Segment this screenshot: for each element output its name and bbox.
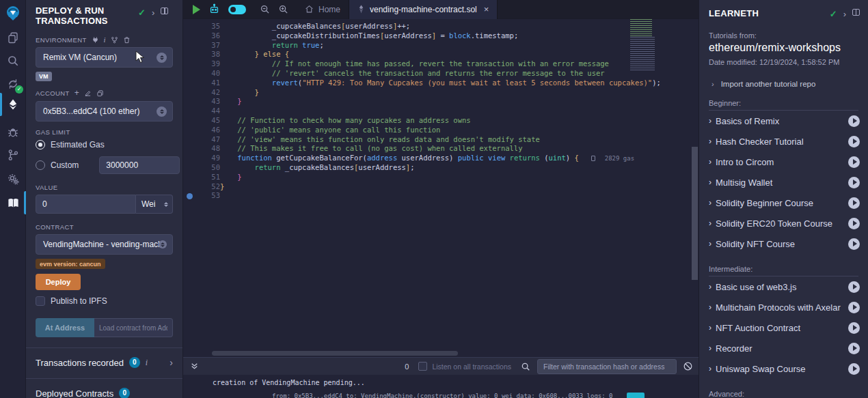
value-label: VALUE xyxy=(36,184,182,191)
listen-checkbox[interactable] xyxy=(418,362,427,371)
sidebar-item-deploy-run[interactable] xyxy=(0,93,26,116)
tutorial-item[interactable]: ›NFT Auction Contract xyxy=(699,317,868,338)
radio-unselected[interactable] xyxy=(36,160,45,170)
value-input[interactable] xyxy=(36,195,136,214)
tab-vending-machine-contract[interactable]: vending-machine-contract.sol × xyxy=(349,0,498,19)
play-tutorial-button[interactable] xyxy=(848,238,860,250)
collapse-terminal-icon[interactable] xyxy=(190,362,199,371)
tutorial-item[interactable]: ›Uniswap Swap Course xyxy=(699,358,868,379)
contract-label: CONTRACT xyxy=(36,223,182,231)
estimated-gas-option[interactable]: Estimated Gas xyxy=(36,140,182,150)
active-panel-indicator xyxy=(24,191,26,214)
terminal-count: 0 xyxy=(405,363,409,371)
tutorial-item[interactable]: ›Solidity NFT Course xyxy=(699,233,868,254)
line-number: 46 xyxy=(190,126,220,135)
transactions-recorded-row[interactable]: Transactions recorded 0 i › xyxy=(26,348,182,368)
tutorial-item[interactable]: ›Multichain Protocols with Axelar xyxy=(699,297,868,317)
search-icon xyxy=(7,55,19,67)
deployed-contracts-row[interactable]: Deployed Contracts 0 xyxy=(26,379,182,398)
contract-select[interactable]: VendingMachine - vending-machin xyxy=(36,234,173,255)
pin-panel-icon[interactable] xyxy=(852,9,860,16)
sidebar-item-learneth[interactable] xyxy=(0,191,26,214)
custom-gas-label: Custom xyxy=(51,160,79,170)
code-line: 46 // 'public' means anyone can call thi… xyxy=(183,126,661,135)
code-line: 51 } xyxy=(183,173,661,182)
sidebar-item-solidity-compiler[interactable]: ✓ xyxy=(0,72,26,96)
tutorial-item[interactable]: ›Basic use of web3.js xyxy=(699,276,868,297)
terminal-filter-input[interactable] xyxy=(537,359,677,374)
remix-logo[interactable] xyxy=(0,2,26,25)
edit-icon[interactable] xyxy=(84,89,92,97)
zoom-out-icon[interactable] xyxy=(260,4,270,14)
ai-assistant-icon[interactable] xyxy=(208,3,220,15)
pin-panel-icon[interactable] xyxy=(161,8,168,14)
zoom-in-icon[interactable] xyxy=(278,4,288,14)
trash-icon[interactable] xyxy=(123,36,131,44)
play-tutorial-button[interactable] xyxy=(848,177,860,188)
tutorial-item[interactable]: ›Hash Checker Tutorial xyxy=(699,131,868,152)
copilot-toggle[interactable] xyxy=(228,5,246,14)
chevron-right-icon[interactable]: › xyxy=(169,357,173,368)
play-tutorial-button[interactable] xyxy=(848,197,860,209)
fork-icon[interactable] xyxy=(111,36,118,44)
expand-panel-icon[interactable]: › xyxy=(843,9,846,19)
horizontal-scrollbar[interactable] xyxy=(212,351,458,356)
code-line: 53 xyxy=(183,191,661,201)
play-tutorial-button[interactable] xyxy=(848,281,860,293)
expand-panel-icon[interactable]: › xyxy=(152,8,154,18)
play-tutorial-button[interactable] xyxy=(848,218,860,229)
custom-gas-input[interactable] xyxy=(99,156,180,174)
radio-selected[interactable] xyxy=(36,140,45,150)
vertical-scrollbar[interactable] xyxy=(692,147,698,280)
sidebar-item-settings[interactable] xyxy=(0,167,26,190)
play-tutorial-button[interactable] xyxy=(848,302,860,313)
tutorial-item-label: Hash Checker Tutorial xyxy=(716,137,848,147)
value-unit-select[interactable]: Wei xyxy=(136,195,173,214)
tutorial-item[interactable]: ›Intro to Circom xyxy=(699,152,868,172)
plug-icon[interactable] xyxy=(92,36,99,44)
deploy-button[interactable]: Deploy xyxy=(36,274,81,290)
checkbox[interactable] xyxy=(36,296,45,306)
play-tutorial-button[interactable] xyxy=(848,363,860,375)
tutorial-item[interactable]: ›Recorder xyxy=(699,338,868,358)
debug-button[interactable] xyxy=(627,393,645,398)
at-address-button[interactable]: At Address xyxy=(36,318,94,337)
clear-console-icon[interactable] xyxy=(683,361,693,371)
at-address-input[interactable] xyxy=(94,318,173,337)
editor-minimap[interactable] xyxy=(630,19,656,72)
sidebar-item-search[interactable] xyxy=(0,49,26,72)
sidebar-item-debugger[interactable] xyxy=(0,120,26,143)
play-tutorial-button[interactable] xyxy=(848,156,860,168)
environment-info-icon[interactable]: i xyxy=(104,35,106,44)
tab-home[interactable]: Home xyxy=(297,0,349,19)
add-account-icon[interactable]: + xyxy=(74,88,79,98)
line-number: 52 xyxy=(190,182,220,192)
play-tutorial-button[interactable] xyxy=(848,136,860,147)
custom-gas-option[interactable]: Custom xyxy=(36,156,182,174)
tutorial-item[interactable]: ›Multisig Wallet xyxy=(699,172,868,193)
info-icon[interactable]: i xyxy=(146,358,148,368)
line-number: 38 xyxy=(190,50,220,59)
account-select[interactable]: 0x5B3...eddC4 (100 ether) xyxy=(36,101,173,122)
code-editor[interactable]: 35 _cupcakeBalances[userAddress]++;36 _c… xyxy=(183,19,699,357)
line-number: 43 xyxy=(190,97,220,106)
code-line: 40 // 'revert' cancels the transaction a… xyxy=(183,69,661,79)
sidebar-item-git[interactable] xyxy=(0,143,26,167)
copy-icon[interactable] xyxy=(96,89,104,97)
close-tab-icon[interactable]: × xyxy=(484,4,489,14)
play-tutorial-button[interactable] xyxy=(848,343,860,354)
tutorial-item[interactable]: ›Basics of Remix xyxy=(699,111,868,131)
breakpoint-dot[interactable] xyxy=(187,193,193,199)
chevron-right-icon: › xyxy=(709,282,711,292)
import-repo-toggle[interactable]: › Import another tutorial repo xyxy=(711,80,868,88)
play-tutorial-button[interactable] xyxy=(848,115,860,127)
play-tutorial-button[interactable] xyxy=(848,322,860,334)
sidebar-item-file-explorer[interactable] xyxy=(0,26,26,49)
tutorial-item[interactable]: ›Solidity Beginner Course xyxy=(699,193,868,213)
run-script-icon[interactable] xyxy=(193,5,200,14)
publish-ipfs-label: Publish to IPFS xyxy=(51,296,107,306)
environment-select[interactable]: Remix VM (Cancun) xyxy=(36,47,173,68)
tutorial-item[interactable]: ›Solidity ERC20 Token Course xyxy=(699,213,868,233)
line-number: 53 xyxy=(190,191,220,201)
publish-ipfs-option[interactable]: Publish to IPFS xyxy=(36,296,182,306)
